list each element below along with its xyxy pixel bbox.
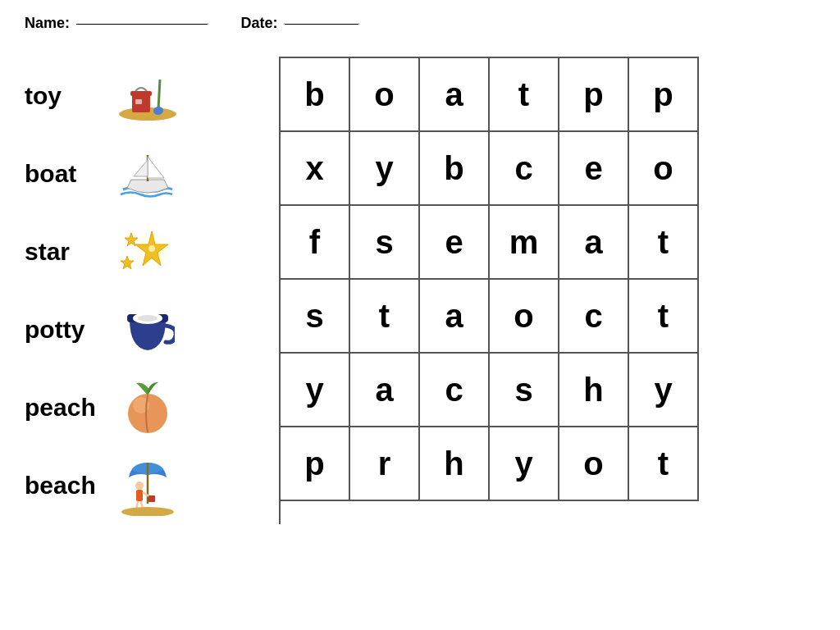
main-content: toy [0, 40, 840, 532]
grid-cell: t [490, 58, 559, 132]
grid-cell: m [490, 206, 559, 280]
list-item: star [25, 212, 262, 290]
grid-cell: e [420, 206, 490, 280]
word-label-boat: boat [25, 160, 115, 188]
date-field-label: Date: [240, 15, 358, 32]
icon-beach [115, 454, 180, 516]
svg-rect-23 [148, 495, 155, 502]
grid-cell: o [350, 58, 420, 132]
grid-cell: h [559, 354, 629, 427]
grid-cell: t [629, 206, 699, 280]
grid-cell: c [490, 132, 559, 206]
letter-grid: boatppxybceofsematstaoctyacshyprhyot [279, 57, 699, 524]
icon-potty [115, 299, 180, 360]
grid-cell: b [420, 132, 490, 206]
grid-cell: y [490, 427, 559, 501]
grid-cell: p [281, 427, 350, 501]
word-label-potty: potty [25, 316, 115, 344]
grid-cell: s [281, 280, 350, 354]
grid-cell: o [559, 427, 629, 501]
svg-point-14 [138, 315, 158, 322]
icon-star [115, 221, 180, 282]
svg-point-18 [135, 482, 144, 490]
grid-cell: o [490, 280, 559, 354]
grid-cell: a [420, 280, 490, 354]
grid-cell: r [350, 427, 420, 501]
list-item: peach [25, 368, 262, 446]
svg-point-24 [121, 507, 174, 516]
grid-cell: t [350, 280, 420, 354]
svg-rect-2 [130, 91, 152, 96]
word-label-star: star [25, 238, 115, 266]
grid-cell: t [629, 280, 699, 354]
list-item: boat [25, 135, 262, 212]
grid-cell: s [490, 354, 559, 427]
icon-toy [115, 65, 180, 126]
grid-cell: o [629, 132, 699, 206]
grid-cell: s [350, 206, 420, 280]
word-list: toy [25, 48, 262, 524]
grid-cell: y [281, 354, 350, 427]
grid-cell: c [420, 354, 490, 427]
grid-cell: c [559, 280, 629, 354]
grid-cell: a [420, 58, 490, 132]
word-label-toy: toy [25, 82, 115, 110]
svg-point-11 [148, 245, 155, 252]
grid-cell: a [559, 206, 629, 280]
icon-peach [115, 377, 180, 438]
grid-cell: y [629, 354, 699, 427]
name-field-label: Name: [25, 15, 208, 32]
grid-cell: p [559, 58, 629, 132]
grid-cell: y [350, 132, 420, 206]
grid-cell: a [350, 354, 420, 427]
grid-cell: h [420, 427, 490, 501]
list-item: toy [25, 57, 262, 135]
list-item: beach [25, 446, 262, 524]
grid-cell: p [629, 58, 699, 132]
svg-rect-19 [136, 490, 143, 501]
list-item: potty [25, 290, 262, 368]
svg-line-4 [158, 80, 160, 109]
grid-cell: b [281, 58, 350, 132]
grid-cell: t [629, 427, 699, 501]
grid-cell: f [281, 206, 350, 280]
word-label-peach: peach [25, 394, 115, 422]
icon-boat [115, 143, 180, 204]
header: Name: Date: [0, 0, 840, 40]
svg-marker-10 [121, 256, 134, 269]
word-label-beach: beach [25, 472, 115, 500]
svg-rect-3 [135, 99, 142, 104]
grid-cell: e [559, 132, 629, 206]
grid-cell: x [281, 132, 350, 206]
